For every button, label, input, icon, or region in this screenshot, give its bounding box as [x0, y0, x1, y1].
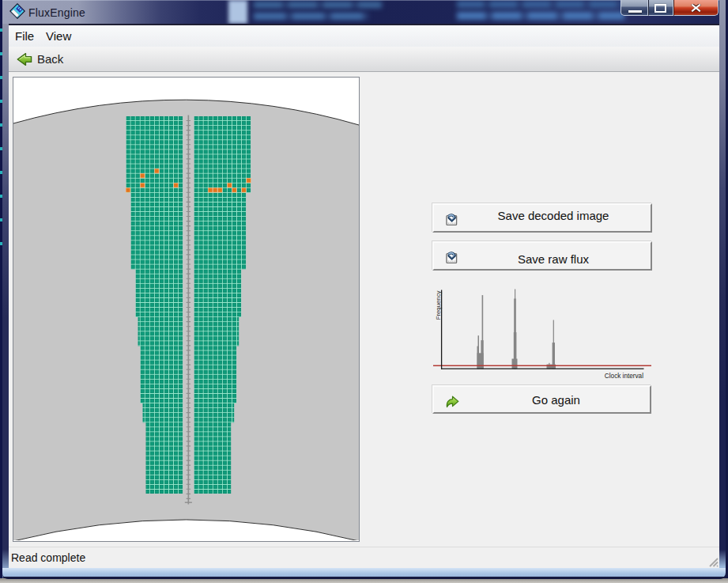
svg-text:Frequency: Frequency: [435, 290, 442, 320]
svg-text:Clock interval: Clock interval: [605, 373, 643, 380]
